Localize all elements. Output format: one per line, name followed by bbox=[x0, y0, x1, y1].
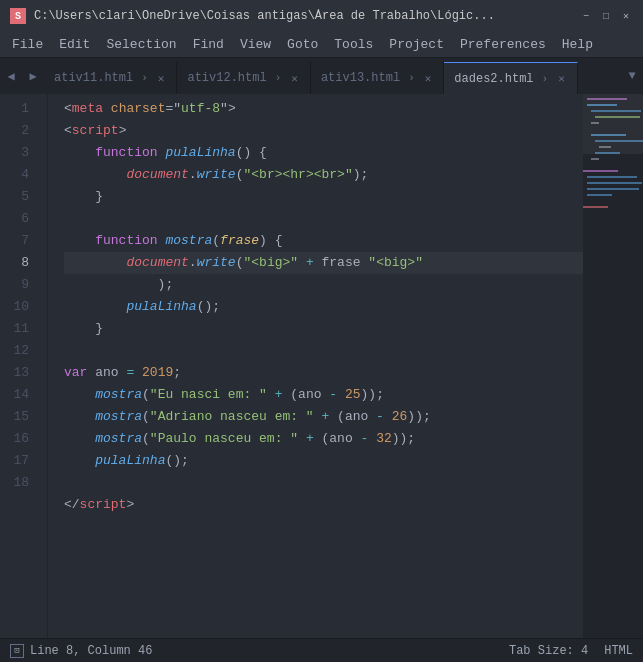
code-line-14: mostra("Adriano nasceu em: " + (ano - 26… bbox=[64, 406, 583, 428]
svg-rect-11 bbox=[587, 176, 637, 178]
status-bar: ⊡ Line 8, Column 46 Tab Size: 4 HTML bbox=[0, 638, 643, 662]
editor-area: 1 2 3 4 5 6 7 8 9 10 11 12 13 14 15 16 1… bbox=[0, 94, 643, 638]
status-line-col: Line 8, Column 46 bbox=[30, 644, 152, 658]
code-line-18: </script> bbox=[64, 494, 583, 516]
line-num-9: 9 bbox=[0, 274, 37, 296]
line-num-1: 1 bbox=[0, 98, 37, 120]
code-line-13: mostra("Eu nasci em: " + (ano - 25)); bbox=[64, 384, 583, 406]
menu-preferences[interactable]: Preferences bbox=[452, 35, 554, 54]
line-num-13: 13 bbox=[0, 362, 37, 384]
line-num-10: 10 bbox=[0, 296, 37, 318]
minimap bbox=[583, 94, 643, 638]
code-line-4: document.write("<br><hr><br>"); bbox=[64, 164, 583, 186]
menu-bar: File Edit Selection Find View Goto Tools… bbox=[0, 32, 643, 58]
maximize-button[interactable]: □ bbox=[599, 9, 613, 23]
menu-edit[interactable]: Edit bbox=[51, 35, 98, 54]
code-line-17 bbox=[64, 472, 583, 494]
status-right: Tab Size: 4 HTML bbox=[509, 644, 633, 658]
code-line-3: function pulaLinha() { bbox=[64, 142, 583, 164]
close-button[interactable]: ✕ bbox=[619, 9, 633, 23]
line-num-6: 6 bbox=[0, 208, 37, 230]
menu-goto[interactable]: Goto bbox=[279, 35, 326, 54]
status-tab-size[interactable]: Tab Size: 4 bbox=[509, 644, 588, 658]
line-num-8: 8 bbox=[0, 252, 37, 274]
code-line-10: } bbox=[64, 318, 583, 340]
tab-close-ativ12[interactable]: ✕ bbox=[289, 71, 300, 86]
line-num-7: 7 bbox=[0, 230, 37, 252]
tab-ativ13[interactable]: ativ13.html › ✕ bbox=[311, 62, 444, 94]
menu-selection[interactable]: Selection bbox=[98, 35, 184, 54]
tab-prev-button[interactable]: ◀ bbox=[0, 58, 22, 94]
code-line-16: pulaLinha(); bbox=[64, 450, 583, 472]
line-num-12: 12 bbox=[0, 340, 37, 362]
tab-close-ativ13[interactable]: ✕ bbox=[423, 71, 434, 86]
tab-next-button[interactable]: ▶ bbox=[22, 58, 44, 94]
app-icon: S bbox=[10, 8, 26, 24]
svg-rect-12 bbox=[587, 182, 642, 184]
code-line-6 bbox=[64, 208, 583, 230]
menu-tools[interactable]: Tools bbox=[326, 35, 381, 54]
line-num-4: 4 bbox=[0, 164, 37, 186]
code-line-2: <script> bbox=[64, 120, 583, 142]
code-line-15: mostra("Paulo nasceu em: " + (ano - 32))… bbox=[64, 428, 583, 450]
code-line-9: pulaLinha(); bbox=[64, 296, 583, 318]
status-icon: ⊡ bbox=[10, 644, 24, 658]
status-language[interactable]: HTML bbox=[604, 644, 633, 658]
title-text: C:\Users\clari\OneDrive\Coisas antigas\Á… bbox=[34, 9, 571, 23]
tab-ativ11[interactable]: ativ11.html › ✕ bbox=[44, 62, 177, 94]
svg-rect-9 bbox=[591, 158, 599, 160]
line-num-14: 14 bbox=[0, 384, 37, 406]
code-line-11 bbox=[64, 340, 583, 362]
tab-close-ativ11[interactable]: ✕ bbox=[156, 71, 167, 86]
tab-label: ativ13.html bbox=[321, 71, 400, 85]
menu-help[interactable]: Help bbox=[554, 35, 601, 54]
tabs-overflow-button[interactable]: ▼ bbox=[621, 58, 643, 94]
code-line-8: document.write("<big>" + frase "<big>" bbox=[64, 252, 583, 274]
window-controls: − □ ✕ bbox=[579, 9, 633, 23]
line-num-11: 11 bbox=[0, 318, 37, 340]
code-content[interactable]: <meta charset="utf-8"> <script> function… bbox=[48, 94, 583, 638]
code-line-1: <meta charset="utf-8"> bbox=[64, 98, 583, 120]
line-num-18: 18 bbox=[0, 472, 37, 494]
tab-ativ12[interactable]: ativ12.html › ✕ bbox=[177, 62, 310, 94]
minimap-svg bbox=[583, 94, 643, 534]
title-bar: S C:\Users\clari\OneDrive\Coisas antigas… bbox=[0, 0, 643, 32]
code-line-7: function mostra(frase) { bbox=[64, 230, 583, 252]
line-num-16: 16 bbox=[0, 428, 37, 450]
tab-label: ativ11.html bbox=[54, 71, 133, 85]
line-num-15: 15 bbox=[0, 406, 37, 428]
tab-close-dades2[interactable]: ✕ bbox=[556, 71, 567, 86]
code-line-12: var ano = 2019; bbox=[64, 362, 583, 384]
svg-rect-14 bbox=[587, 194, 612, 196]
tab-label: ativ12.html bbox=[187, 71, 266, 85]
line-num-17: 17 bbox=[0, 450, 37, 472]
svg-rect-10 bbox=[583, 170, 618, 172]
minimize-button[interactable]: − bbox=[579, 9, 593, 23]
line-numbers: 1 2 3 4 5 6 7 8 9 10 11 12 13 14 15 16 1… bbox=[0, 94, 48, 638]
svg-rect-13 bbox=[587, 188, 639, 190]
tabs-bar: ◀ ▶ ativ11.html › ✕ ativ12.html › ✕ ativ… bbox=[0, 58, 643, 94]
line-num-5: 5 bbox=[0, 186, 37, 208]
tab-label: dades2.html bbox=[454, 72, 533, 86]
line-num-3: 3 bbox=[0, 142, 37, 164]
tab-dades2[interactable]: dades2.html › ✕ bbox=[444, 62, 577, 94]
menu-project[interactable]: Project bbox=[381, 35, 452, 54]
line-num-2: 2 bbox=[0, 120, 37, 142]
menu-find[interactable]: Find bbox=[185, 35, 232, 54]
menu-view[interactable]: View bbox=[232, 35, 279, 54]
status-left: ⊡ Line 8, Column 46 bbox=[10, 644, 152, 658]
code-line-8b: ); bbox=[64, 274, 583, 296]
svg-rect-16 bbox=[583, 94, 643, 154]
menu-file[interactable]: File bbox=[4, 35, 51, 54]
svg-rect-15 bbox=[583, 206, 608, 208]
code-line-5: } bbox=[64, 186, 583, 208]
